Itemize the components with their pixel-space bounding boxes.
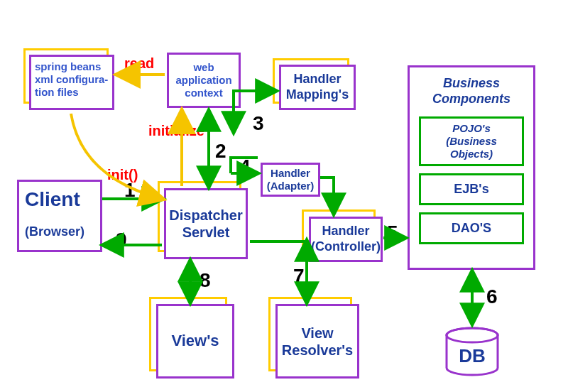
- ejbs-label: EJB's: [454, 182, 488, 197]
- ejbs-box: EJB's: [419, 173, 524, 205]
- handler-adapter-label: Handler (Adapter): [267, 167, 315, 192]
- step-4: 4: [239, 156, 251, 178]
- business-components-box: Business Components POJO's (Business Obj…: [408, 65, 535, 270]
- step-3: 3: [253, 112, 264, 135]
- daos-label: DAO'S: [452, 221, 491, 236]
- handler-controller-label: Handler (Controller): [311, 224, 381, 254]
- initialize-label: initialize: [148, 123, 204, 139]
- step-8: 8: [200, 269, 211, 292]
- business-components-label: Business Components: [418, 76, 525, 107]
- client-browser-label: (Browser): [25, 224, 94, 240]
- view-resolvers-box: View Resolver's: [275, 304, 359, 379]
- view-resolvers-label: View Resolver's: [282, 325, 353, 359]
- web-app-context-label: web application context: [175, 61, 231, 99]
- dispatcher-label: Dispatcher Servlet: [169, 207, 242, 241]
- read-label: read: [124, 55, 154, 72]
- handler-controller-box: Handler (Controller): [309, 217, 383, 262]
- views-label: View's: [171, 332, 219, 350]
- client-box: Client (Browser): [17, 180, 102, 252]
- handler-mappings-box: Handler Mapping's: [279, 65, 356, 110]
- web-app-context-box: web application context: [167, 53, 241, 108]
- pojos-box: POJO's (Business Objects): [419, 116, 524, 166]
- spring-beans-label: spring beans xml configura- tion files: [35, 60, 108, 99]
- step-7: 7: [293, 265, 305, 288]
- handler-mappings-label: Handler Mapping's: [286, 72, 349, 102]
- db-icon: DB: [444, 327, 501, 380]
- dispatcher-servlet-box: Dispatcher Servlet: [164, 188, 248, 259]
- step-9: 9: [116, 229, 127, 251]
- daos-box: DAO'S: [419, 212, 524, 244]
- step-1: 1: [124, 179, 136, 202]
- client-label: Client: [25, 187, 94, 212]
- handler-adapter-box: Handler (Adapter): [261, 163, 320, 197]
- step-5: 5: [387, 222, 398, 244]
- step-2: 2: [215, 140, 226, 163]
- step-6: 6: [486, 285, 498, 308]
- pojos-label: POJO's (Business Objects): [446, 122, 497, 160]
- views-box: View's: [156, 304, 234, 379]
- spring-beans-box: spring beans xml configura- tion files: [29, 55, 114, 110]
- db-label: DB: [459, 345, 486, 366]
